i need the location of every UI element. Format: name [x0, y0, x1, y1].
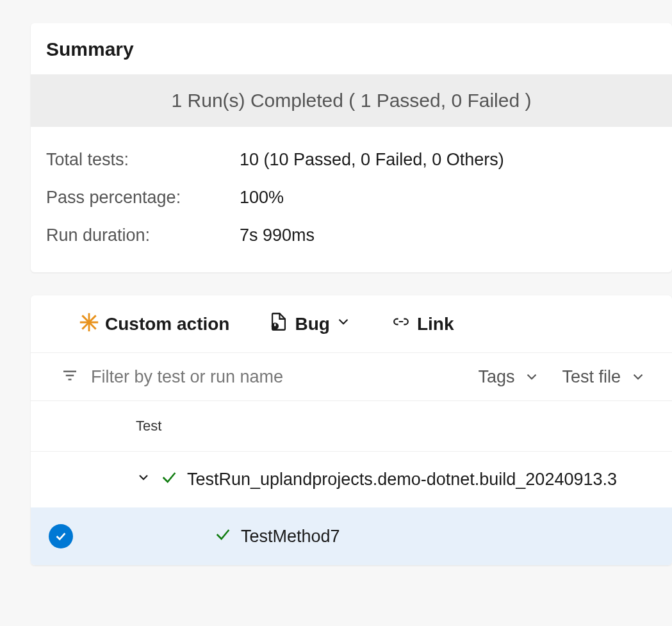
runs-banner: 1 Run(s) Completed ( 1 Passed, 0 Failed … — [31, 74, 672, 127]
custom-action-label: Custom action — [105, 314, 229, 334]
results-card: Custom action Bug — [31, 295, 672, 565]
filter-icon — [60, 366, 79, 388]
bug-label: Bug — [295, 314, 329, 334]
chevron-down-icon — [630, 368, 646, 385]
filter-row: Tags Test file — [31, 353, 672, 401]
summary-stats: Total tests: 10 (10 Passed, 0 Failed, 0 … — [31, 127, 672, 272]
chevron-down-icon[interactable] — [136, 470, 151, 490]
asterisk-icon — [78, 311, 100, 336]
testfile-filter[interactable]: Test file — [562, 367, 657, 387]
stat-duration: Run duration: 7s 990ms — [46, 217, 657, 254]
link-label: Link — [417, 314, 454, 334]
test-method-name: TestMethod7 — [241, 527, 340, 547]
stat-pass-label: Pass percentage: — [46, 188, 240, 208]
stat-duration-value: 7s 990ms — [240, 226, 315, 245]
column-header-test[interactable]: Test — [31, 401, 672, 452]
stat-pass: Pass percentage: 100% — [46, 179, 657, 217]
link-button[interactable]: Link — [390, 313, 454, 334]
check-icon — [214, 525, 232, 548]
tags-filter-label: Tags — [478, 367, 514, 387]
stat-duration-label: Run duration: — [46, 226, 240, 245]
testfile-filter-label: Test file — [562, 367, 621, 387]
selected-check-icon — [49, 524, 73, 548]
chevron-down-icon — [335, 313, 352, 334]
test-run-row[interactable]: TestRun_uplandprojects.demo-dotnet.build… — [31, 452, 672, 507]
stat-total: Total tests: 10 (10 Passed, 0 Failed, 0 … — [46, 141, 657, 179]
summary-title: Summary — [31, 23, 672, 74]
bug-file-icon — [268, 311, 290, 337]
test-run-name: TestRun_uplandprojects.demo-dotnet.build… — [187, 470, 617, 490]
bug-button[interactable]: Bug — [268, 311, 351, 337]
filter-input[interactable] — [91, 367, 466, 387]
custom-action-button[interactable]: Custom action — [78, 311, 229, 336]
stat-total-label: Total tests: — [46, 150, 240, 170]
chevron-down-icon — [523, 368, 540, 385]
toolbar: Custom action Bug — [31, 295, 672, 353]
svg-point-6 — [275, 327, 277, 329]
stat-total-value: 10 (10 Passed, 0 Failed, 0 Others) — [240, 150, 504, 170]
tags-filter[interactable]: Tags — [478, 367, 550, 387]
test-method-row[interactable]: TestMethod7 — [31, 507, 672, 565]
stat-pass-value: 100% — [240, 188, 284, 208]
check-icon — [160, 468, 178, 491]
summary-card: Summary 1 Run(s) Completed ( 1 Passed, 0… — [31, 23, 672, 272]
link-icon — [390, 313, 412, 334]
